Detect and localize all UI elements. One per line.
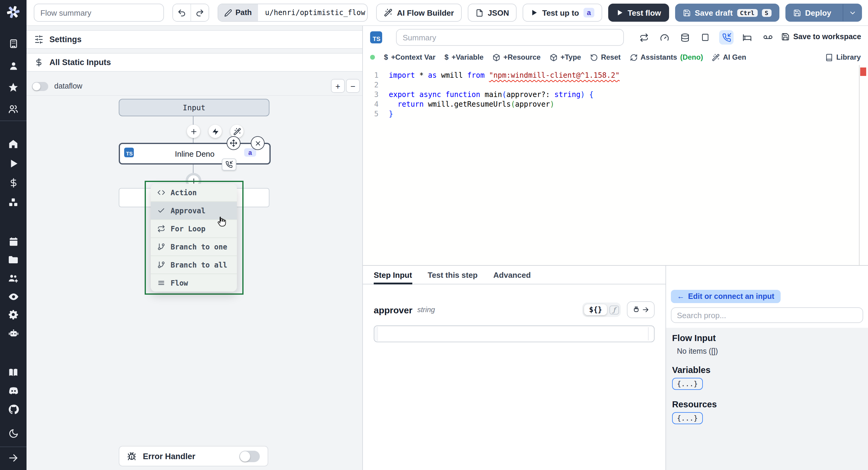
early-stop-gauge-icon[interactable] — [657, 30, 672, 44]
discord-icon[interactable] — [0, 384, 27, 397]
tab-test-this-step[interactable]: Test this step — [428, 271, 478, 284]
save-icon — [793, 9, 801, 17]
flow-summary-input[interactable] — [34, 4, 164, 22]
undo-button[interactable] — [173, 4, 190, 21]
chevron-down-icon — [848, 9, 856, 17]
summary-input[interactable] — [396, 29, 624, 46]
error-handler-label: Error Handler — [143, 451, 195, 461]
github-icon[interactable] — [0, 403, 27, 415]
menu-item-branch-to-all[interactable]: Branch to all — [151, 256, 237, 274]
menu-item-label: Action — [170, 188, 197, 197]
eye-icon[interactable] — [0, 290, 27, 303]
error-handler-toggle[interactable] — [239, 450, 260, 462]
error-handler-node[interactable]: Error Handler — [119, 446, 268, 466]
search-prop-input[interactable] — [671, 307, 863, 323]
close-icon — [254, 139, 261, 147]
play-icon[interactable] — [0, 157, 27, 169]
move-node-button[interactable] — [227, 136, 241, 150]
arrow-left-icon: ← — [677, 292, 684, 301]
book-icon[interactable] — [0, 366, 27, 378]
boxes-icon[interactable] — [0, 196, 27, 209]
users-gear-icon[interactable] — [0, 272, 27, 284]
tab-advanced[interactable]: Advanced — [493, 271, 531, 284]
add-resource-button[interactable]: +Resource — [493, 53, 540, 61]
file-icon — [475, 9, 484, 17]
variables-expand-chip[interactable]: {...} — [672, 378, 703, 390]
add-context-var-button[interactable]: $+Context Var — [384, 53, 435, 61]
ai-flow-builder-button[interactable]: AI Flow Builder — [376, 4, 462, 22]
resources-expand-chip[interactable]: {...} — [672, 412, 703, 424]
user-icon[interactable] — [0, 60, 27, 72]
users-icon[interactable] — [0, 103, 27, 115]
check-icon — [157, 207, 165, 215]
windmill-logo-icon[interactable] — [0, 4, 27, 20]
concurrency-voicemail-icon[interactable] — [761, 30, 775, 44]
field-value-input[interactable] — [374, 325, 655, 342]
folder-icon[interactable] — [0, 254, 27, 266]
code-editor[interactable]: 1import * as wmill from "npm:windmill-cl… — [363, 65, 868, 265]
path-field[interactable]: Path u/henri/optimistic_flow — [217, 4, 368, 22]
rotate-ccw-icon — [590, 53, 598, 61]
home-icon[interactable] — [0, 138, 27, 150]
json-button[interactable]: JSON — [468, 4, 517, 22]
step-node-inline-deno[interactable]: TS Inline Deno a — [119, 143, 271, 164]
library-button[interactable]: Library — [826, 53, 861, 61]
menu-item-branch-to-one[interactable]: Branch to one — [151, 238, 237, 256]
ai-gen-button[interactable]: AI Gen — [712, 53, 746, 61]
dollar-icon[interactable] — [0, 177, 27, 189]
save-draft-button[interactable]: Save draft Ctrl S — [675, 4, 779, 22]
dataflow-toggle[interactable] — [32, 82, 48, 91]
arrow-right-icon[interactable] — [0, 452, 27, 464]
connect-input-button[interactable] — [627, 301, 655, 318]
settings-row[interactable]: Settings — [27, 30, 362, 49]
zoom-in-button[interactable]: + — [331, 79, 345, 93]
zoom-out-button[interactable]: − — [346, 79, 360, 93]
calendar-icon[interactable] — [0, 236, 27, 248]
moon-icon[interactable] — [0, 427, 27, 439]
star-icon[interactable] — [0, 81, 27, 93]
reset-button[interactable]: Reset — [590, 53, 621, 61]
path-value[interactable]: u/henri/optimistic_flow — [258, 8, 368, 17]
robot-icon[interactable] — [0, 327, 27, 339]
redo-button[interactable] — [190, 4, 208, 21]
building-icon[interactable] — [0, 37, 27, 50]
assistants-button[interactable]: Assistants(Deno) — [629, 53, 703, 61]
add-variable-button[interactable]: $+Variable — [444, 53, 484, 61]
insert-step-button[interactable] — [187, 125, 200, 138]
test-up-to-button[interactable]: Test up to a — [523, 4, 602, 22]
menu-item-flow[interactable]: Flow — [151, 274, 237, 292]
menu-item-action[interactable]: Action — [151, 184, 237, 202]
save-to-workspace-button[interactable]: Save to workspace — [781, 33, 861, 41]
sleep-bed-icon[interactable] — [740, 30, 754, 44]
gear-icon[interactable] — [0, 309, 27, 320]
delete-node-button[interactable] — [251, 136, 265, 150]
code-line — [378, 80, 389, 90]
line-number: 2 — [363, 80, 378, 90]
git-branch-icon — [157, 243, 165, 251]
editor-toolbar: $+Context Var $+Variable +Resource +Type… — [363, 50, 868, 66]
cache-database-icon[interactable] — [678, 30, 692, 44]
templatable-string-toggle[interactable]: ${} — [584, 304, 607, 315]
function-toggle[interactable]: ƒ — [610, 305, 619, 314]
mock-square-icon[interactable] — [698, 30, 712, 44]
add-type-button[interactable]: +Type — [550, 53, 581, 61]
deploy-menu-button[interactable] — [843, 4, 861, 21]
test-flow-button[interactable]: Test flow — [609, 4, 669, 22]
flow-input-empty: No items ([]) — [677, 347, 862, 355]
menu-item-label: Branch to one — [170, 243, 227, 251]
phone-incoming-icon — [722, 33, 731, 42]
settings-label: Settings — [50, 35, 82, 44]
insert-step-menu: Action Approval For Loop Branch to one B… — [151, 184, 237, 292]
retry-icon[interactable] — [637, 30, 651, 44]
path-edit-button[interactable]: Path — [218, 4, 258, 21]
deploy-button[interactable]: Deploy — [785, 4, 862, 22]
test-up-to-label: Test up to — [542, 8, 579, 17]
suspend-approval-icon[interactable] — [719, 30, 734, 44]
edit-or-connect-button[interactable]: ← Edit or connect an input — [671, 290, 780, 303]
all-static-inputs-row[interactable]: All Static Inputs — [27, 53, 362, 72]
flow-input-node[interactable]: Input — [119, 99, 270, 116]
trigger-script-button[interactable] — [209, 125, 222, 138]
tab-step-input[interactable]: Step Input — [374, 271, 412, 284]
menu-item-label: Approval — [170, 207, 206, 215]
suspend-phone-badge[interactable] — [222, 158, 236, 170]
